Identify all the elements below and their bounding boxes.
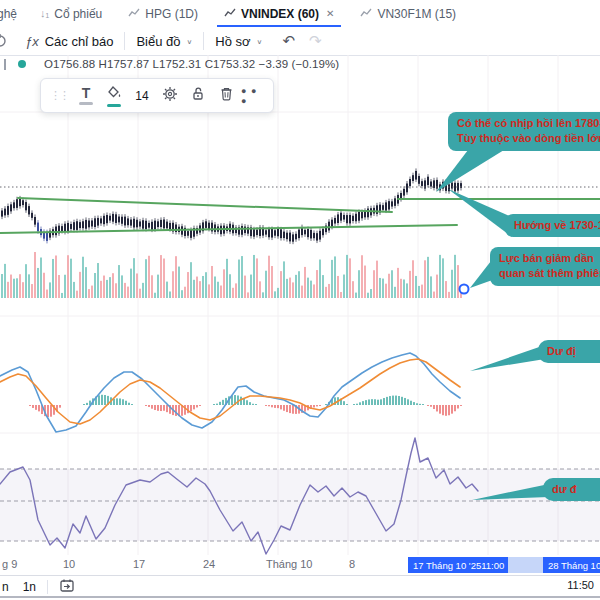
paint-bucket-icon: [107, 85, 122, 103]
tab-label: VN30F1M (15): [377, 7, 456, 21]
ohlc-legend: O1756.88 H1757.87 L1752.31 C1753.32 −3.3…: [0, 56, 339, 72]
time-axis[interactable]: g 9 10 17 24 Tháng 10 8 17 Tháng 10 '25 …: [0, 555, 600, 575]
series-status-dot: [18, 60, 26, 68]
unlock-icon: [191, 86, 205, 105]
tab-vn30f1m-15[interactable]: VN30F1M (15): [347, 0, 469, 27]
tab-label: HPG (1D): [145, 7, 198, 21]
fx-icon: ƒx: [25, 34, 39, 49]
bottom-interval-bar: n 1n 11:50: [0, 575, 600, 597]
drawing-toolbar: ⋮⋮ T 14: [40, 78, 274, 113]
callout-text: Dư đị: [547, 344, 600, 359]
tab-label: Cổ phiếu: [54, 7, 102, 21]
axis-label: g 9: [2, 558, 17, 570]
go-to-date-button[interactable]: [52, 578, 82, 596]
ohlc-values: O1756.88 H1757.87 L1752.31 C1753.32 −3.3…: [44, 58, 339, 70]
range-start-badge: 17 Tháng 10 '25 11:00: [408, 557, 508, 573]
settings-button[interactable]: [157, 82, 183, 109]
axis-label: 17: [133, 558, 145, 570]
chart-style-dropdown[interactable]: Biểu đồ ∨: [125, 27, 203, 55]
tab-vnindex-60[interactable]: VNINDEX (60) ✕: [211, 0, 347, 27]
text-color-swatch: [79, 102, 93, 105]
chart-icon: [224, 7, 236, 21]
axis-label: 24: [203, 558, 215, 570]
trading-app-window: ghệ ↓₁ Cổ phiếu HPG (1D) VNINDEX (60) ✕ …: [0, 0, 600, 600]
tab-label: VNINDEX (60): [241, 7, 319, 21]
fill-color-button[interactable]: [101, 82, 127, 109]
more-dots-icon: ● ● ●: [241, 86, 267, 106]
interval-button-1n[interactable]: 1n: [16, 580, 43, 594]
callout-text: Lực bán giảm dần: [499, 251, 600, 266]
chart-icon: [128, 7, 140, 21]
indicators-button[interactable]: ƒx Các chỉ báo: [14, 27, 124, 55]
annotation-callout-4[interactable]: Dư đị: [538, 340, 600, 363]
trash-icon: [220, 86, 233, 105]
fill-color-swatch: [107, 104, 121, 107]
text-tool-label: T: [82, 86, 91, 100]
annotation-callout-3[interactable]: Lực bán giảm dần quan sát thêm phiên: [490, 247, 600, 286]
text-color-button[interactable]: T: [73, 82, 99, 109]
badge-time: 11:00: [481, 560, 504, 571]
selected-range-strip: [505, 557, 545, 573]
drag-handle-icon[interactable]: ⋮⋮: [47, 89, 71, 102]
badge-date: 28 Tháng 10 '25: [548, 560, 600, 571]
chart-style-label: Biểu đồ: [136, 34, 180, 49]
chevron-down-icon: ∨: [186, 37, 192, 44]
profile-label: Hồ sơ: [215, 34, 250, 49]
callout-text: Tùy thuộc vào dòng tiền lớn ra: [457, 131, 600, 146]
callout-text: Có thể có nhịp hồi lên 1780-180: [457, 116, 600, 131]
bottom-bar-divider: [47, 580, 48, 594]
font-size-value: 14: [135, 89, 148, 103]
tab-co-phieu[interactable]: ↓₁ Cổ phiếu: [27, 0, 115, 27]
lock-button[interactable]: [185, 82, 211, 109]
callout-text: Hướng về 1730-174: [514, 218, 600, 233]
tab-hpg-1d[interactable]: HPG (1D): [115, 0, 211, 27]
interval-button-partial[interactable]: n: [0, 580, 16, 594]
chart-icon: [360, 7, 372, 21]
chevron-down-icon: ∨: [257, 37, 263, 44]
undo-icon[interactable]: ↶: [273, 32, 304, 50]
callout-text: dư đ: [552, 482, 600, 497]
callout-text: quan sát thêm phiên: [499, 266, 600, 281]
more-options-button[interactable]: ● ● ●: [241, 82, 267, 109]
range-end-badge: 28 Tháng 10 '25: [543, 557, 600, 573]
badge-date: 17 Tháng 10 '25: [413, 560, 481, 571]
axis-label: 10: [63, 558, 75, 570]
close-icon[interactable]: ✕: [326, 8, 334, 19]
axis-label: 8: [349, 558, 355, 570]
calendar-arrow-icon: [59, 578, 75, 593]
font-size-button[interactable]: 14: [129, 82, 155, 109]
sort-list-icon: ↓₁: [40, 8, 49, 19]
chart-tab-bar: ghệ ↓₁ Cổ phiếu HPG (1D) VNINDEX (60) ✕ …: [0, 0, 600, 28]
chart-toolbar: ƒx Các chỉ báo Biểu đồ ∨ Hồ sơ ∨ ↶ ↷: [0, 27, 600, 56]
tab-partial-left[interactable]: ghệ: [0, 7, 27, 21]
axis-label: Tháng 10: [266, 558, 312, 570]
window-bottom-edge: [0, 596, 600, 598]
delete-button[interactable]: [213, 82, 239, 109]
magnet-icon[interactable]: [0, 33, 7, 49]
gear-icon: [162, 86, 178, 106]
clock-display[interactable]: 11:50: [567, 579, 594, 591]
annotation-callout-2[interactable]: Hướng về 1730-174: [505, 214, 600, 237]
redo-icon[interactable]: ↷: [304, 32, 327, 50]
profile-dropdown[interactable]: Hồ sơ ∨: [204, 27, 273, 55]
annotation-callout-5[interactable]: dư đ: [543, 478, 600, 501]
indicators-label: Các chỉ báo: [45, 34, 114, 49]
legend-stub-icon: [4, 59, 6, 70]
annotation-callout-1[interactable]: Có thể có nhịp hồi lên 1780-180 Tùy thuộ…: [448, 112, 600, 151]
